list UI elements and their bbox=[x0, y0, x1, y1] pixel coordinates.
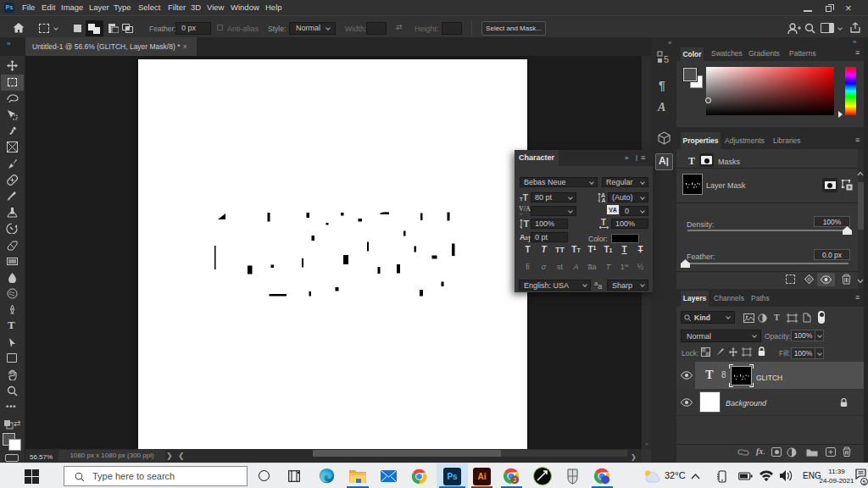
svg-text:J: J bbox=[514, 477, 516, 483]
svg-text:T: T bbox=[524, 219, 530, 229]
svg-text:5: 5 bbox=[664, 54, 669, 64]
svg-text:T: T bbox=[601, 219, 606, 227]
svg-text:A: A bbox=[602, 197, 606, 203]
svg-text:a: a bbox=[525, 235, 528, 241]
